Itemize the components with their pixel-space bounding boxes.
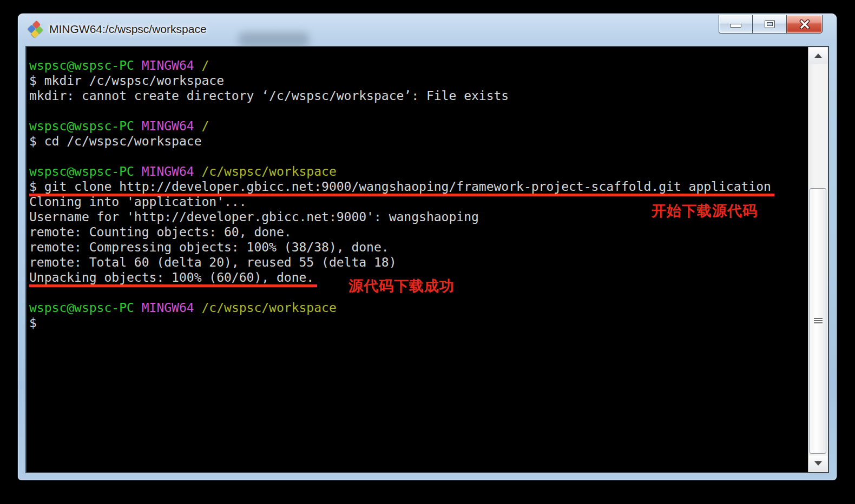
terminal-line: remote: Compressing objects: 100% (38/38…: [29, 240, 806, 255]
terminal-line: $ cd /c/wspsc/workspace: [29, 134, 806, 149]
maximize-icon: [765, 21, 774, 28]
terminal-line: remote: Total 60 (delta 20), reused 55 (…: [29, 255, 806, 270]
msys-app-icon[interactable]: [28, 22, 44, 38]
close-icon: [797, 19, 812, 29]
scrollbar-track[interactable]: [808, 47, 828, 472]
maximize-button[interactable]: [753, 15, 787, 34]
minimize-icon: [730, 24, 741, 28]
terminal-line: mkdir: cannot create directory ‘/c/wspsc…: [29, 88, 806, 103]
annotation-text: 源代码下载成功: [348, 278, 455, 294]
scrollbar-up-button[interactable]: [809, 48, 827, 64]
close-button[interactable]: [787, 15, 823, 34]
terminal-line: wspsc@wspsc-PC MINGW64 /c/wspsc/workspac…: [29, 164, 806, 179]
annotation-text: 开始下载源代码: [652, 203, 758, 219]
title-bar[interactable]: MINGW64:/c/wspsc/workspace: [18, 14, 837, 46]
red-underlined-text: Unpacking objects: 100% (60/60), done.: [29, 270, 317, 287]
terminal-line: [29, 149, 806, 164]
terminal-line: $ git clone http://developer.gbicc.net:9…: [29, 179, 806, 194]
window-title: MINGW64:/c/wspsc/workspace: [49, 23, 207, 36]
terminal-line: wspsc@wspsc-PC MINGW64 /: [29, 118, 806, 134]
scrollbar-thumb[interactable]: [810, 188, 826, 454]
scrollbar-grip-icon: [814, 318, 823, 324]
terminal-line: $ mkdir /c/wspsc/workspace: [29, 73, 806, 88]
terminal-line: [29, 103, 806, 118]
terminal-output[interactable]: wspsc@wspsc-PC MINGW64 /$ mkdir /c/wspsc…: [27, 47, 808, 472]
terminal-line: $: [29, 315, 806, 330]
terminal-client-area: wspsc@wspsc-PC MINGW64 /$ mkdir /c/wspsc…: [25, 46, 829, 473]
triangle-down-icon: [814, 461, 822, 466]
scrollbar-down-button[interactable]: [809, 455, 827, 472]
minimize-button[interactable]: [719, 15, 753, 34]
triangle-up-icon: [814, 54, 822, 58]
window-controls: [719, 15, 823, 34]
terminal-line: remote: Counting objects: 60, done.: [29, 224, 806, 240]
terminal-window: MINGW64:/c/wspsc/workspace wspsc@wspsc-P…: [18, 14, 837, 480]
terminal-line: wspsc@wspsc-PC MINGW64 /c/wspsc/workspac…: [29, 300, 806, 315]
terminal-line: wspsc@wspsc-PC MINGW64 /: [29, 58, 806, 73]
